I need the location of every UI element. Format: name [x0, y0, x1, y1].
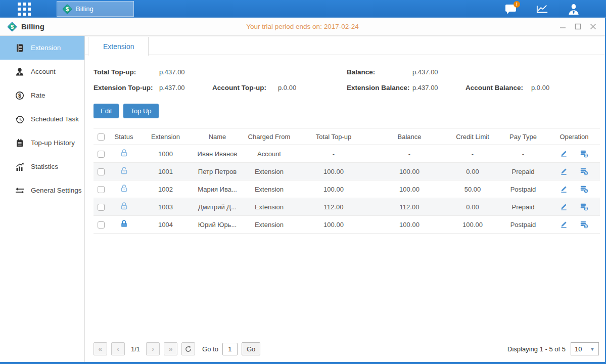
sidebar-item-topup-history[interactable]: Top-up History — [0, 131, 84, 155]
svg-text:$: $ — [585, 189, 587, 193]
cell-extension: 1004 — [139, 216, 192, 234]
col-charged-from: Charged From — [243, 128, 296, 145]
row-checkbox[interactable] — [98, 186, 105, 193]
edit-icon[interactable] — [560, 167, 568, 176]
go-button[interactable]: Go — [242, 342, 260, 355]
sidebar-item-extension[interactable]: Extension — [0, 36, 84, 60]
ledger-icon — [15, 43, 24, 53]
notification-badge: ! — [514, 1, 520, 8]
sidebar-item-label: Scheduled Task — [31, 115, 79, 123]
sidebar-item-label: Extension — [31, 44, 61, 52]
user-account-icon[interactable] — [568, 3, 580, 15]
cell-pay-type: Prepaid — [498, 198, 548, 216]
edit-icon[interactable] — [560, 220, 568, 229]
col-name: Name — [192, 128, 243, 145]
sidebar-item-statistics[interactable]: Statistics — [0, 155, 84, 178]
topup-icon[interactable]: $ — [579, 167, 589, 176]
cell-extension: 1003 — [139, 198, 192, 216]
row-checkbox[interactable] — [98, 151, 105, 158]
table-header-row: Status Extension Name Charged From Total… — [94, 128, 600, 145]
topup-icon[interactable]: $ — [579, 185, 589, 194]
messages-icon[interactable]: ! — [505, 3, 517, 15]
col-extension: Extension — [139, 128, 192, 145]
billing-window: $ Billing Your trial period ends on: 201… — [0, 18, 605, 362]
col-credit-limit: Credit Limit — [447, 128, 498, 145]
displaying-status: Displaying 1 - 5 of 5 — [507, 345, 566, 353]
cell-name: Юрий Юрь... — [192, 216, 243, 234]
balance-label: Balance: — [347, 68, 412, 76]
select-all-checkbox[interactable] — [98, 133, 105, 141]
last-page-button[interactable]: » — [164, 342, 177, 355]
sidebar-item-rate[interactable]: $ Rate — [0, 83, 84, 107]
first-page-button[interactable]: « — [94, 342, 107, 355]
minimize-icon[interactable] — [557, 22, 568, 32]
row-checkbox[interactable] — [98, 168, 105, 175]
cell-credit-limit: 0.00 — [447, 198, 498, 216]
apps-grid-icon[interactable] — [18, 3, 31, 16]
col-total-topup: Total Top-up — [296, 128, 371, 145]
prev-page-button[interactable]: ‹ — [111, 342, 125, 355]
cell-credit-limit: 100.00 — [447, 216, 498, 234]
billing-app-tab[interactable]: $ Billing — [57, 1, 134, 17]
lock-open-icon — [120, 204, 128, 212]
edit-icon[interactable] — [560, 185, 568, 194]
svg-text:$: $ — [585, 224, 587, 229]
cell-charged-from: Extension — [243, 180, 296, 198]
extension-table: Status Extension Name Charged From Total… — [94, 128, 600, 234]
lock-open-icon — [120, 151, 128, 159]
cell-pay-type: Prepaid — [498, 163, 548, 180]
main-content: Extension Total Top-up: p.437.00 Extensi… — [85, 36, 605, 362]
next-page-button[interactable]: › — [146, 342, 160, 355]
sidebar-item-general-settings[interactable]: General Settings — [0, 178, 84, 202]
reports-chart-icon[interactable] — [536, 3, 548, 15]
window-title: Billing — [21, 22, 44, 31]
edit-icon[interactable] — [560, 202, 568, 211]
svg-text:$: $ — [585, 154, 587, 158]
balance-value: p.437.00 — [412, 68, 465, 76]
topup-icon[interactable]: $ — [579, 149, 589, 158]
window-billing-icon: $ — [7, 22, 17, 32]
user-icon — [15, 67, 24, 76]
edit-button[interactable]: Edit — [94, 104, 119, 118]
table-row: 1004Юрий Юрь...Extension100.00100.00100.… — [94, 216, 600, 234]
cell-pay-type: - — [498, 145, 548, 163]
cell-extension: 1000 — [139, 145, 192, 163]
extension-balance-value: p.437.00 — [412, 84, 465, 92]
close-icon[interactable] — [588, 22, 598, 32]
row-checkbox[interactable] — [98, 204, 105, 211]
topup-icon[interactable]: $ — [579, 202, 589, 211]
col-operation: Operation — [548, 128, 600, 145]
sliders-icon — [15, 186, 24, 195]
cell-extension: 1002 — [139, 180, 192, 198]
refresh-icon[interactable] — [181, 342, 195, 355]
col-status: Status — [109, 128, 139, 145]
account-topup-label: Account Top-up: — [212, 84, 278, 92]
svg-text:$: $ — [585, 207, 587, 211]
svg-text:$: $ — [18, 93, 21, 99]
maximize-icon[interactable] — [573, 22, 583, 32]
toolbar: Edit Top Up — [85, 96, 605, 118]
tab-strip: Extension — [85, 36, 605, 55]
goto-label: Go to — [202, 345, 218, 353]
tab-extension[interactable]: Extension — [88, 37, 149, 56]
goto-page-input[interactable] — [222, 343, 238, 355]
sidebar-item-account[interactable]: Account — [0, 60, 84, 83]
lock-closed-icon — [120, 222, 128, 230]
lock-open-icon — [120, 187, 128, 194]
cell-charged-from: Extension — [243, 198, 296, 216]
topup-icon[interactable]: $ — [579, 220, 589, 229]
table-row: 1003Дмитрий Д...Extension112.00112.000.0… — [94, 198, 600, 216]
top-up-button[interactable]: Top Up — [123, 104, 158, 118]
notepad-icon — [15, 139, 24, 148]
cell-balance: 100.00 — [371, 180, 447, 198]
top-app-bar: $ Billing ! — [0, 0, 606, 18]
cell-name: Петр Петров — [192, 163, 243, 180]
sidebar-item-scheduled-task[interactable]: Scheduled Task — [0, 107, 84, 131]
cell-credit-limit: 0.00 — [447, 163, 498, 180]
page-size-select[interactable]: 10 ▼ — [571, 342, 599, 355]
row-checkbox[interactable] — [98, 221, 105, 229]
cell-charged-from: Account — [243, 145, 296, 163]
lock-open-icon — [120, 169, 128, 176]
edit-icon[interactable] — [560, 149, 568, 158]
cell-balance: 112.00 — [371, 198, 447, 216]
